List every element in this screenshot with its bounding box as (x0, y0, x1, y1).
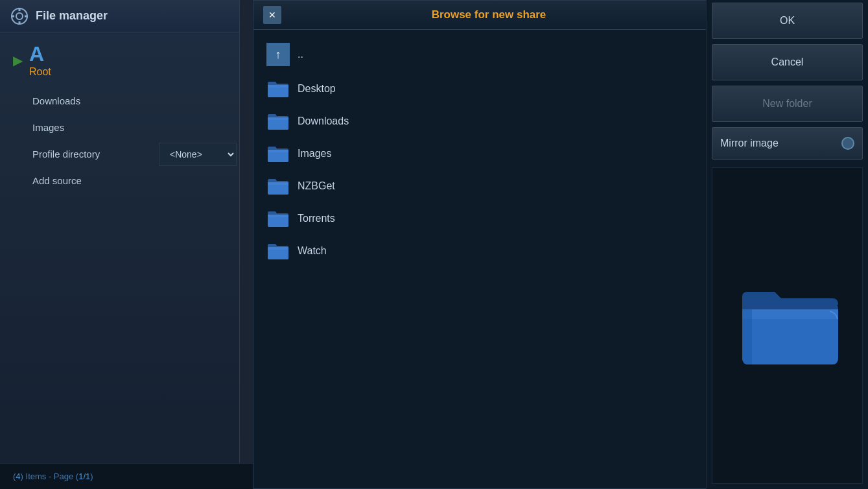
folder-preview (712, 167, 863, 484)
browse-dialog: ✕ Browse for new share ↑ .. Desktop (253, 0, 707, 489)
folder-icon (266, 112, 290, 131)
sidebar-page-status: (4) Items - Page (1/1) (13, 471, 93, 481)
folder-icon (266, 241, 290, 261)
sidebar-header: File manager (0, 0, 239, 32)
sidebar-item-add-source[interactable]: Add source (0, 167, 239, 194)
sidebar-item-images[interactable]: Images (0, 114, 239, 141)
close-button[interactable]: ✕ (263, 6, 281, 24)
svg-point-1 (16, 13, 23, 19)
up-arrow-icon: ↑ (266, 43, 290, 66)
browse-item-torrents[interactable]: Torrents (253, 202, 706, 235)
none-container: <None> (159, 143, 237, 166)
sidebar-title: File manager (36, 9, 108, 23)
sidebar-nav: Downloads Images Profile directory Add s… (0, 84, 239, 197)
browse-dialog-header: ✕ Browse for new share (253, 1, 706, 30)
svg-rect-4 (11, 15, 14, 17)
svg-rect-3 (19, 21, 21, 25)
browse-item-up[interactable]: ↑ .. (253, 36, 706, 73)
svg-rect-5 (25, 15, 28, 17)
browse-dialog-title: Browse for new share (281, 8, 696, 21)
toggle-indicator (841, 137, 854, 150)
new-folder-button[interactable]: New folder (712, 86, 863, 122)
folder-icon (266, 209, 290, 228)
folder-icon (266, 79, 290, 99)
arrow-icon: ▶ (13, 53, 23, 68)
folder-icon (266, 144, 290, 163)
mirror-image-button[interactable]: Mirror image (712, 127, 863, 160)
sidebar: File manager ▶ A Root Downloads Images P… (0, 0, 240, 489)
ok-button[interactable]: OK (712, 3, 863, 39)
sidebar-item-downloads[interactable]: Downloads (0, 88, 239, 114)
root-label: Root (29, 66, 51, 78)
gear-icon (10, 6, 29, 26)
svg-rect-2 (19, 8, 21, 11)
browse-item-nzbget[interactable]: NZBGet (253, 170, 706, 202)
none-select[interactable]: <None> (159, 143, 237, 166)
root-letter: A (29, 42, 44, 66)
browse-item-downloads[interactable]: Downloads (253, 105, 706, 137)
folder-large-icon (736, 274, 839, 377)
browse-item-images[interactable]: Images (253, 137, 706, 170)
cancel-button[interactable]: Cancel (712, 44, 863, 80)
right-panel: OK Cancel New folder Mirror image (706, 0, 868, 489)
root-section: ▶ A Root (0, 32, 239, 84)
browse-item-watch[interactable]: Watch (253, 235, 706, 267)
folder-icon (266, 176, 290, 196)
browse-list: ↑ .. Desktop Downloa (253, 30, 706, 274)
browse-item-desktop[interactable]: Desktop (253, 73, 706, 105)
